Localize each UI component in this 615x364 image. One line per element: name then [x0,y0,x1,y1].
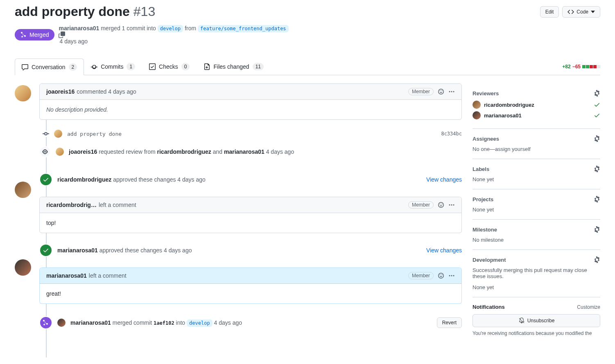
event-time[interactable]: approved these changes 4 days ago [99,247,192,254]
svg-point-6 [449,204,450,206]
conversation-count: 2 [69,63,77,71]
commit-icon [43,130,49,137]
copy-icon[interactable] [59,31,289,38]
code-button[interactable]: Code [562,6,600,18]
unsubscribe-button[interactable]: Unsubscribe [473,314,600,327]
reviewers-title: Reviewers [473,90,499,97]
commit-sha[interactable]: 8c334bc [441,131,462,137]
state-badge: Merged [15,29,54,40]
development-title: Development [473,257,506,263]
checks-count: 0 [181,63,190,70]
gear-icon[interactable] [594,166,600,172]
comment-time[interactable]: commented 4 days ago [77,88,136,95]
comment-author[interactable]: ricardombrodrig… [46,202,97,208]
svg-point-2 [453,91,454,92]
kebab-menu-button[interactable] [448,272,455,279]
event-time[interactable]: approved these changes 4 days ago [113,176,206,183]
role-badge: Member [408,201,434,209]
view-changes-link[interactable]: View changes [426,176,462,183]
svg-point-9 [449,275,450,276]
reviewer-link[interactable]: ricardombrodriguez [157,148,211,155]
gear-icon[interactable] [594,256,600,263]
merge-sha[interactable]: 1aef102 [154,320,174,326]
bell-slash-icon [518,317,525,324]
gear-icon[interactable] [594,90,600,97]
diffstat: +82 −65 [562,64,600,70]
commit-message[interactable]: add property done [67,131,436,137]
comment-author[interactable]: joaoreis16 [46,88,75,95]
reviewer-item[interactable]: ricardombrodriguez [473,101,600,109]
event-time[interactable]: 4 days ago [266,148,294,155]
commit-row: add property done 8c334bc [39,126,462,141]
assign-yourself-link[interactable]: assign yourself [495,146,531,152]
avatar [473,101,481,109]
tab-files-changed[interactable]: Files changed 11 [197,58,271,75]
files-count: 11 [253,63,264,70]
customize-link[interactable]: Customize [577,304,600,310]
role-badge: Member [408,272,434,279]
view-changes-link[interactable]: View changes [426,247,462,254]
conversation-icon [22,64,28,70]
caret-down-icon [591,11,595,13]
avatar[interactable] [15,182,31,198]
svg-point-1 [451,91,452,92]
merge-target-branch[interactable]: develop [187,319,213,327]
svg-point-11 [453,275,454,276]
comment-author[interactable]: marianarosa01 [46,272,87,279]
role-badge: Member [408,88,434,95]
reviewer-link[interactable]: ricardombrodriguez [57,176,111,183]
pr-meta: marianarosa01 merged 1 commit into devel… [59,25,289,45]
projects-title: Projects [473,196,493,202]
reviewer-link[interactable]: marianarosa01 [224,148,265,155]
emoji-reaction-button[interactable] [438,88,444,95]
git-merge-icon [20,31,27,38]
svg-point-0 [449,91,450,92]
pr-title: add property done #13 [15,4,155,19]
avatar[interactable] [54,130,62,138]
comment-box: joaoreis16 commented 4 days ago Member N… [39,83,462,120]
avatar[interactable] [57,319,66,327]
check-icon [594,101,600,108]
eye-icon [39,146,51,157]
notifications-title: Notifications [473,304,505,310]
merged-event: marianarosa01 merged commit 1aef102 into… [39,310,462,329]
head-branch[interactable]: feature/some_frontend_updates [198,25,289,32]
comment-body: great! [40,284,461,303]
revert-button[interactable]: Revert [437,317,462,328]
commits-icon [91,63,97,70]
author-link[interactable]: marianarosa01 [59,25,99,31]
base-branch[interactable]: develop [158,25,183,32]
gear-icon[interactable] [594,226,600,233]
reviewer-item[interactable]: marianarosa01 [473,111,600,119]
check-badge [39,244,52,257]
gear-icon[interactable] [594,135,600,142]
checks-icon [149,63,156,70]
edit-button[interactable]: Edit [540,6,559,18]
tab-conversation[interactable]: Conversation 2 [15,58,84,75]
svg-point-10 [451,275,452,276]
avatar[interactable] [56,148,64,156]
tab-commits[interactable]: Commits 1 [84,58,142,75]
comment-body: No description provided. [40,100,461,119]
svg-point-3 [45,133,47,135]
emoji-reaction-button[interactable] [438,272,444,279]
git-merge-icon [39,316,52,329]
labels-title: Labels [473,166,489,172]
gear-icon[interactable] [594,196,600,202]
check-icon [594,112,600,119]
comment-box: ricardombrodrig… left a comment Member t… [39,197,462,233]
actor-link[interactable]: marianarosa01 [70,319,111,326]
kebab-menu-button[interactable] [448,88,455,95]
comment-box: marianarosa01 left a comment Member grea… [39,267,462,304]
actor-link[interactable]: joaoreis16 [69,148,97,155]
emoji-reaction-button[interactable] [438,202,444,208]
kebab-menu-button[interactable] [448,202,455,208]
svg-point-8 [453,204,454,206]
milestone-title: Milestone [473,227,497,233]
avatar[interactable] [15,85,31,101]
reviewer-link[interactable]: marianarosa01 [57,247,98,254]
event-time[interactable]: 4 days ago [214,319,242,326]
tab-checks[interactable]: Checks 0 [142,58,197,75]
code-icon [568,9,574,15]
avatar[interactable] [15,259,31,276]
